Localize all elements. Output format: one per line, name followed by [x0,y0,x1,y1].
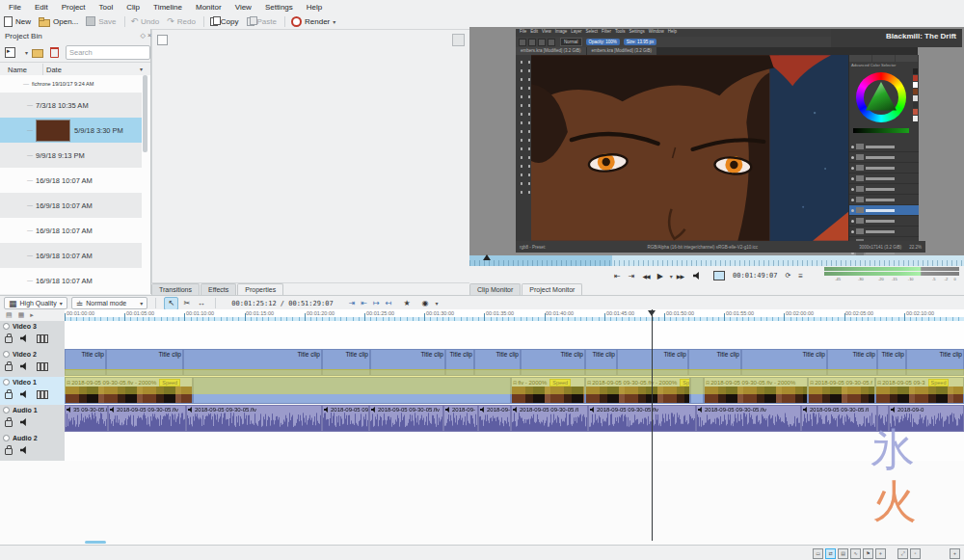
timeline-playhead[interactable] [652,309,653,541]
mute-icon[interactable] [20,446,29,454]
lock-icon[interactable] [5,420,13,427]
track-target-radio[interactable] [3,435,10,441]
menu-item-timeline[interactable]: Timeline [147,3,189,12]
preview-render-chevron-icon[interactable]: ▾ [436,300,439,307]
zone-toggle-icon[interactable] [713,271,725,280]
redo-button[interactable]: ↷Redo [167,16,196,26]
timeline-corner-icons[interactable]: ▤▦▸ [0,309,65,321]
bin-clip-row[interactable]: —7/3/18 10:35 AM [0,93,142,118]
mute-icon[interactable] [20,334,29,342]
menu-item-view[interactable]: View [228,3,258,12]
menu-item-edit[interactable]: Edit [28,3,55,12]
panel-corner-icon[interactable] [452,34,465,46]
track-target-radio[interactable] [3,407,10,413]
timeline-position-timecode[interactable]: 00:01:25:12 / 00:51:29:07 [231,300,333,307]
track-header-video-1[interactable]: Video 1 [0,377,65,406]
show-audio-thumbnails-icon[interactable]: ∿ [850,548,861,559]
undo-button[interactable]: ↶Undo [131,16,160,26]
sort-chevron-icon[interactable]: ▾ [140,66,143,72]
hide-video-icon[interactable] [37,390,48,399]
track-lane-audio-1[interactable]: 35 09-30-05.flv2018-09-05 09-30-05.flv20… [65,405,964,434]
extract-zone-icon[interactable]: ↦ [373,299,380,307]
menu-item-help[interactable]: Help [300,3,329,12]
zone-end-icon[interactable]: ⇥ [629,272,635,280]
panel-float-close-icons[interactable]: ◇ × [141,32,151,40]
mix-zone-icon[interactable]: ⇥ [349,299,356,307]
save-button[interactable]: Save [86,16,116,26]
track-header-video-2[interactable]: Video 2 [0,349,65,378]
refresh-icon[interactable]: ⟳ [785,272,790,280]
mute-icon[interactable] [20,362,29,370]
search-input[interactable] [66,45,150,60]
column-name[interactable]: Name [8,66,27,74]
bin-scrollbar[interactable] [143,75,147,152]
mute-icon[interactable] [20,390,29,398]
lock-icon[interactable] [5,336,13,343]
paste-button[interactable]: Paste [247,17,277,26]
audio-clip[interactable]: 2018-09-05 09-30-05.flv [108,405,186,432]
zoom-out-icon[interactable]: ▫ [910,548,921,559]
play-icon[interactable]: ▶ [657,272,663,280]
selection-tool-button[interactable]: ↖ [164,297,178,310]
zoom-fit-icon[interactable]: ⤢ [897,548,908,559]
tab-project-monitor[interactable]: Project Monitor [522,283,582,295]
open-button[interactable]: Open... [39,16,78,27]
hide-video-icon[interactable] [37,362,48,371]
rewind-icon[interactable]: ◀◀ [642,273,649,280]
monitor-playhead-marker[interactable] [483,254,491,260]
bin-clip-row[interactable]: —16/9/18 10:07 AM [0,243,142,268]
menu-item-file[interactable]: File [2,3,28,12]
track-target-radio[interactable] [3,323,10,330]
lock-icon[interactable] [5,392,13,399]
zoom-in-icon[interactable]: + [950,548,960,559]
tab-effects[interactable]: Effects [201,283,236,295]
monitor-video-display[interactable]: FileEditViewImageLayerSelectFilterToolsS… [469,27,964,255]
monitor-timecode[interactable]: 00:01:49:07 [733,272,777,280]
audio-clip[interactable]: 2018-09-05 09-30-05.fl [801,405,877,432]
bin-clip-row[interactable]: —16/9/18 10:07 AM [0,268,142,293]
lift-zone-icon[interactable]: ↤ [386,299,392,307]
properties-checkbox[interactable] [157,35,168,45]
razor-tool-button[interactable]: ✂ [180,298,193,309]
lock-icon[interactable] [5,448,13,455]
menu-item-project[interactable]: Project [55,3,93,12]
favorite-effects-icon[interactable]: ★ [403,299,410,307]
zone-start-icon[interactable]: ⇤ [614,272,621,280]
show-marker-comments-icon[interactable]: ⚑ [863,548,873,559]
playhead-triangle[interactable] [648,310,656,316]
menu-item-clip[interactable]: Clip [120,3,147,12]
track-lane-audio-2[interactable] [65,433,964,461]
timeline-mode-dropdown[interactable]: ≐ Normal mode▾ [71,297,148,309]
add-clip-icon[interactable] [5,47,15,58]
audio-clip[interactable]: 2018-09-05 09-30-05.fl [511,405,588,432]
track-header-audio-2[interactable]: Audio 2 [0,433,65,462]
bin-clip-row[interactable]: —fichrone 19/10/17 9:24 AM [0,75,142,93]
create-folder-icon[interactable] [32,49,43,58]
fit-zone-icon[interactable]: ▭ [813,548,823,559]
audio-clip[interactable]: 2018-09- [443,405,478,432]
track-header-audio-1[interactable]: Audio 1 [0,405,65,434]
lock-icon[interactable] [5,364,13,371]
track-header-video-3[interactable]: Video 3 [0,321,65,350]
audio-clip[interactable]: 2018-09-0 [478,405,511,432]
audio-clip[interactable]: 2018-09-05 09-30-05.flv [588,405,696,432]
snap-icon[interactable]: ⌖ [875,548,886,559]
timeline-horizontal-scrollbar[interactable] [85,541,106,544]
menu-item-settings[interactable]: Settings [258,3,300,12]
preview-render-icon[interactable]: ◉ [422,299,429,307]
new-button[interactable]: New [4,16,31,27]
bin-clip-row[interactable]: —16/9/18 10:07 AM [0,218,142,243]
menu-item-monitor[interactable]: Monitor [189,3,228,12]
timeline-quality-dropdown[interactable]: ▦ High Quality▾ [4,297,67,309]
track-target-radio[interactable] [3,351,10,358]
show-video-thumbnails-icon[interactable]: ▤ [838,548,848,559]
mute-icon[interactable] [20,418,29,426]
render-dropdown-icon[interactable]: ▾ [333,18,335,25]
monitor-seek-ruler[interactable] [469,255,964,266]
automatic-transitions-icon[interactable]: ⇄ [825,548,836,559]
column-date[interactable]: Date [46,66,62,74]
bin-clip-row[interactable]: —9/9/18 9:13 PM [0,143,142,168]
audio-clip[interactable]: 2018-09-05 09-30-05.flv [369,405,443,432]
audio-clip[interactable]: 2018-09-05 09- [322,405,369,432]
audio-clip[interactable]: 35 09-30-05.flv [65,405,108,432]
